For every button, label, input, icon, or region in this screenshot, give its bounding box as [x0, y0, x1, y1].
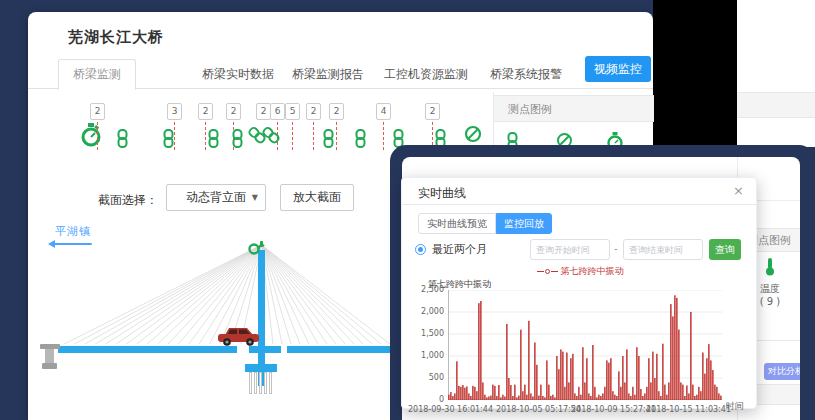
tab-3[interactable]: 工控机资源监测 — [370, 60, 482, 89]
sensor-count-badge[interactable]: 2 — [226, 103, 241, 120]
sensor-count-badge[interactable]: 5 — [285, 103, 300, 120]
sensor-dash-line — [313, 122, 314, 150]
background-window-sliver — [737, 0, 815, 147]
y-tick-label: 1,500 — [406, 329, 444, 338]
sensor-dash-line — [205, 122, 206, 150]
sensor-count-badge[interactable]: 2 — [90, 103, 105, 120]
chain-link-icon[interactable] — [354, 129, 367, 152]
recent-two-months-label: 最近两个月 — [432, 242, 487, 257]
x-tick-label: 2018-10-05 05:17:54 — [496, 405, 581, 414]
modal-title: 实时曲线 — [418, 185, 466, 202]
chain-link-icon[interactable] — [162, 129, 175, 152]
y-tick-label: 1,000 — [406, 351, 444, 360]
tab-monitor-playback[interactable]: 监控回放 — [496, 213, 552, 234]
sensor-count-badge[interactable]: 2 — [329, 103, 344, 120]
legend-series-label: 第七跨跨中振动 — [560, 266, 623, 276]
query-end-time-input[interactable] — [623, 239, 703, 260]
bridge-deck — [249, 346, 281, 353]
section-select-label: 截面选择： — [98, 192, 158, 209]
sensor-count-badge[interactable]: 2 — [198, 103, 213, 120]
realtime-curve-modal: 实时曲线 × 实时曲线预览 监控回放 最近两个月 - 查询 第七跨跨中振动 第七… — [401, 177, 757, 409]
black-screen-region — [653, 0, 737, 147]
recent-two-months-radio[interactable] — [415, 244, 426, 255]
y-tick-label: 0 — [406, 395, 444, 404]
chain-link-icon[interactable] — [116, 129, 129, 152]
bridge-deck — [287, 346, 390, 353]
chain-link-icon[interactable] — [207, 129, 220, 152]
tower-piles — [249, 372, 273, 394]
close-icon[interactable]: × — [733, 183, 744, 198]
x-tick-label: 2018-10-15 11:03:41 — [646, 405, 731, 414]
sensor-dash-line — [292, 122, 293, 150]
tab-1[interactable]: 桥梁实时数据 — [188, 60, 288, 89]
sensor-dash-line — [383, 122, 384, 150]
tab-realtime-preview[interactable]: 实时曲线预览 — [418, 213, 496, 234]
sensor-count-badge[interactable]: 3 — [167, 103, 182, 120]
left-pier — [45, 349, 54, 363]
x-tick-label: 2018-09-30 16:01:44 — [408, 405, 493, 414]
sensor-count-badge[interactable]: 4 — [376, 103, 391, 120]
tower-sensor-icon[interactable] — [248, 240, 266, 261]
chain-link-icon[interactable] — [322, 129, 335, 152]
video-monitor-button[interactable]: 视频监控 — [585, 56, 651, 82]
bridge-side-label: 平湖镇 — [55, 224, 91, 239]
sensor-count-badge[interactable]: 2 — [425, 103, 440, 120]
sensor-count-badge[interactable]: 2 — [256, 103, 271, 120]
chevron-down-icon: ▼ — [252, 185, 258, 210]
y-tick-label: 500 — [406, 373, 444, 382]
x-axis-title: 时间 — [726, 400, 744, 413]
x-tick-label: 2018-10-09 15:27:41 — [571, 405, 656, 414]
desktop-background: 芜湖长江大桥 桥梁监测桥梁实时数据桥梁监测报告工控机资源监测桥梁系统报警 视频监… — [0, 0, 815, 420]
sensor-dash-line — [97, 122, 98, 150]
sensor-count-badge[interactable]: 2 — [306, 103, 321, 120]
background-window-panel-band — [737, 92, 815, 118]
date-range-separator: - — [614, 243, 618, 254]
tab-0[interactable]: 桥梁监测 — [58, 59, 136, 90]
y-tick-label: 2,500 — [406, 285, 444, 294]
enlarge-section-button[interactable]: 放大截面 — [280, 184, 354, 211]
section-select-dropdown[interactable]: 动态背立面 ▼ — [166, 184, 266, 211]
car-illustration — [217, 326, 260, 347]
tower-foundation-cap — [245, 364, 277, 372]
gauge-icon[interactable] — [80, 123, 102, 151]
tab-4[interactable]: 桥梁系统报警 — [476, 60, 576, 89]
query-button[interactable]: 查询 — [709, 239, 741, 260]
legend-panel-title: 测点图例 — [494, 95, 654, 122]
chart-legend[interactable]: 第七跨跨中振动 — [402, 265, 758, 278]
sensor-count-badge[interactable]: 6 — [270, 103, 285, 120]
left-pier — [42, 363, 57, 369]
tab-2[interactable]: 桥梁监测报告 — [278, 60, 378, 89]
thermometer-icon — [764, 261, 776, 280]
tab-bar: 桥梁监测桥梁实时数据桥梁监测报告工控机资源监测桥梁系统报警 — [28, 52, 653, 89]
ban-icon[interactable] — [464, 125, 482, 147]
query-start-time-input[interactable] — [530, 239, 610, 260]
sensor-dash-line — [336, 122, 337, 150]
y-tick-label: 2,000 — [406, 307, 444, 316]
compare-analysis-button[interactable]: 对比分析 — [764, 363, 800, 380]
bridge-deck — [58, 346, 237, 353]
section-select-value: 动态背立面 — [186, 190, 246, 204]
page-title: 芜湖长江大桥 — [68, 28, 164, 47]
vibration-chart — [448, 290, 722, 400]
chain-link-icon[interactable] — [231, 129, 244, 152]
modal-header: 实时曲线 × — [402, 178, 756, 205]
